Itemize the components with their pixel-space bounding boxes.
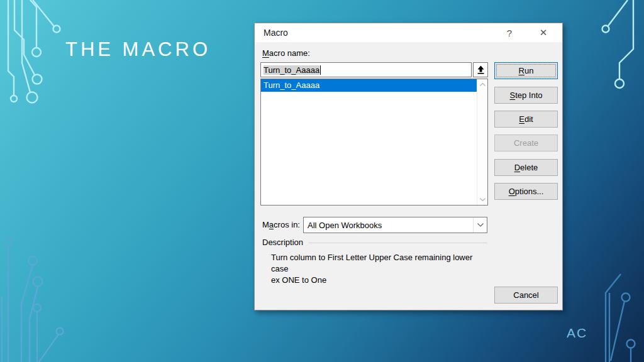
edit-button[interactable]: Edit xyxy=(494,111,558,128)
description-line-2: ex ONE to One xyxy=(271,275,326,285)
close-icon[interactable]: ✕ xyxy=(533,23,554,42)
step-into-accesskey: S xyxy=(509,90,515,100)
macros-in-accesskey: a xyxy=(269,220,274,229)
circuit-decoration-top-left xyxy=(0,0,126,126)
step-into-button[interactable]: Step Into xyxy=(494,87,558,104)
text-cursor xyxy=(320,65,321,75)
edit-label-rest: dit xyxy=(525,114,533,124)
create-button-disabled: Create xyxy=(494,134,558,151)
options-label-rest: ptions... xyxy=(515,187,544,196)
macros-in-label-pre: M xyxy=(262,220,269,229)
options-button[interactable]: Options... xyxy=(494,183,558,200)
delete-button-label: Delete xyxy=(514,163,538,172)
slide-footer-initials: AC xyxy=(567,326,587,341)
slide-title: THE MACRO xyxy=(65,38,211,61)
options-button-label: Options... xyxy=(509,187,544,196)
dialog-titlebar[interactable]: Macro ? ✕ xyxy=(255,23,562,42)
macro-name-input[interactable]: Turn_to_Aaaaa xyxy=(260,62,472,77)
run-button-label: Run xyxy=(519,66,534,75)
edit-button-label: Edit xyxy=(519,114,533,124)
cancel-button[interactable]: Cancel xyxy=(494,287,558,304)
circuit-decoration-bottom-right xyxy=(594,261,644,362)
options-accesskey: O xyxy=(509,187,515,196)
list-item-selected[interactable]: Turn_to_Aaaaa xyxy=(261,79,477,92)
circuit-decoration-bottom-left xyxy=(0,236,126,362)
description-divider xyxy=(309,243,487,243)
up-arrow-from-bar-icon xyxy=(477,65,485,75)
macro-name-label-text: acro name: xyxy=(269,48,310,58)
run-accesskey: R xyxy=(519,66,525,75)
cancel-button-label: Cancel xyxy=(513,290,538,300)
macro-listbox[interactable]: Turn_to_Aaaaa xyxy=(260,79,488,206)
run-button[interactable]: Run xyxy=(494,62,558,79)
macros-in-label-rest: cros in: xyxy=(274,220,300,229)
macro-name-value: Turn_to_Aaaaa xyxy=(264,65,319,75)
macros-in-dropdown[interactable]: All Open Workbooks xyxy=(303,217,487,233)
delete-accesskey: D xyxy=(514,163,520,172)
macros-in-label: Macros in: xyxy=(262,220,300,229)
dialog-title: Macro xyxy=(264,23,288,42)
description-line-1: Turn column to First Letter Upper Case r… xyxy=(271,253,472,273)
delete-button[interactable]: Delete xyxy=(494,159,558,176)
description-text: Turn column to First Letter Upper Case r… xyxy=(271,252,485,286)
circuit-decoration-top-right xyxy=(594,0,644,94)
run-label-rest: un xyxy=(525,66,533,75)
scroll-up-icon[interactable] xyxy=(477,79,488,90)
help-icon[interactable]: ? xyxy=(499,23,520,42)
step-into-button-label: Step Into xyxy=(509,90,542,100)
macro-name-label: Macro name: xyxy=(262,48,310,58)
scroll-down-icon[interactable] xyxy=(477,194,488,205)
macro-name-label-accesskey: M xyxy=(262,48,269,58)
edit-accesskey: E xyxy=(519,114,525,124)
create-button-label: Create xyxy=(514,138,538,148)
chevron-down-icon[interactable] xyxy=(473,217,487,233)
listbox-scrollbar[interactable] xyxy=(477,79,487,205)
collapse-dialog-button[interactable] xyxy=(473,62,488,77)
presentation-slide: THE MACRO AC Macro ? ✕ Macro name: Turn_… xyxy=(0,0,644,362)
delete-label-rest: elete xyxy=(520,163,538,172)
description-label: Description xyxy=(262,238,303,247)
macros-in-selected-value: All Open Workbooks xyxy=(308,221,382,230)
macro-dialog: Macro ? ✕ Macro name: Turn_to_Aaaaa Turn… xyxy=(254,23,563,310)
step-into-label-rest: tep Into xyxy=(515,90,542,100)
